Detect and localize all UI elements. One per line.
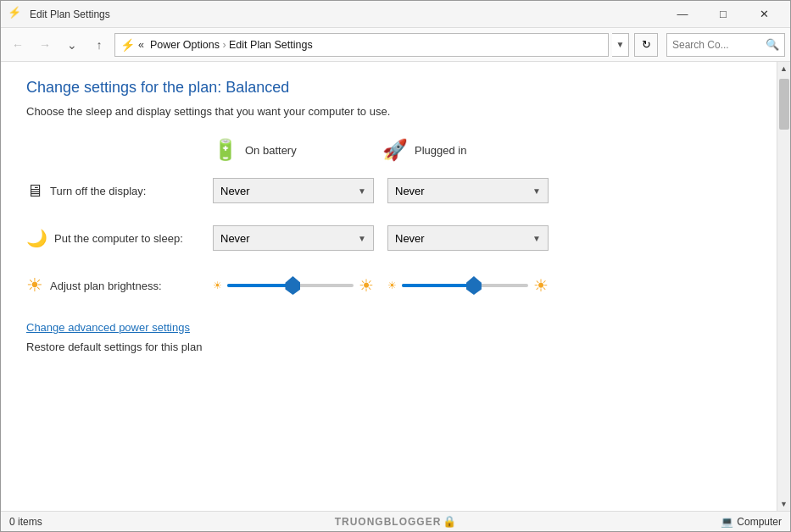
plugged-icon: 🚀 bbox=[382, 138, 408, 162]
turn-off-display-label: 🖥 Turn off the display: bbox=[26, 181, 213, 201]
plugged-label: Plugged in bbox=[415, 144, 466, 157]
window-icon: ⚡ bbox=[8, 6, 25, 23]
brightness-min-icon-plugged: ☀ bbox=[387, 280, 397, 291]
page-heading: Change settings for the plan: Balanced bbox=[26, 79, 751, 97]
battery-brightness-thumb[interactable] bbox=[285, 276, 300, 295]
path-text: « Power Options › Edit Plan Settings bbox=[138, 39, 313, 51]
battery-brightness-track bbox=[227, 284, 354, 287]
page-description: Choose the sleep and display settings th… bbox=[26, 105, 751, 118]
turn-off-display-battery-dropdown[interactable]: Never ▼ bbox=[213, 178, 374, 203]
content-area: Change settings for the plan: Balanced C… bbox=[1, 62, 790, 511]
close-button[interactable]: ✕ bbox=[744, 1, 783, 28]
brightness-min-icon: ☀ bbox=[213, 280, 222, 291]
sleep-controls: Never ▼ Never ▼ bbox=[213, 225, 549, 251]
scroll-down-button[interactable]: ▼ bbox=[777, 497, 791, 511]
sleep-plugged-dropdown[interactable]: Never ▼ bbox=[387, 225, 549, 251]
plugged-brightness-slider-container: ☀ ☀ bbox=[387, 275, 549, 296]
title-bar-controls: — □ ✕ bbox=[663, 1, 783, 28]
plugged-brightness-thumb[interactable] bbox=[466, 276, 482, 295]
main-window: ⚡ Edit Plan Settings — □ ✕ ← → ⌄ ↑ ⚡ « P… bbox=[0, 0, 791, 532]
turn-off-display-controls: Never ▼ Never ▼ bbox=[213, 178, 549, 203]
restore-defaults-link[interactable]: Restore default settings for this plan bbox=[26, 341, 751, 353]
recent-button[interactable]: ⌄ bbox=[60, 33, 84, 57]
battery-label: On battery bbox=[245, 144, 297, 157]
path-icon: ⚡ bbox=[120, 38, 135, 52]
address-bar: ← → ⌄ ↑ ⚡ « Power Options › Edit Plan Se… bbox=[1, 28, 790, 62]
sleep-row: 🌙 Put the computer to sleep: Never ▼ Nev… bbox=[26, 223, 751, 253]
items-count: 0 items bbox=[9, 516, 42, 528]
sleep-plugged-value: Never bbox=[395, 232, 425, 245]
computer-icon: 💻 bbox=[721, 516, 733, 528]
brightness-max-icon: ☀ bbox=[359, 275, 374, 296]
watermark-text: TRUONGBLOGGER bbox=[335, 516, 442, 528]
sleep-battery-value: Never bbox=[220, 232, 250, 245]
status-bar-right: 💻 Computer bbox=[721, 516, 782, 528]
battery-icon: 🔋 bbox=[213, 138, 238, 162]
title-bar: ⚡ Edit Plan Settings — □ ✕ bbox=[1, 1, 790, 28]
address-path[interactable]: ⚡ « Power Options › Edit Plan Settings bbox=[114, 33, 609, 57]
chevron-down-icon: ▼ bbox=[358, 234, 366, 243]
scroll-thumb[interactable] bbox=[779, 79, 789, 130]
sleep-label: 🌙 Put the computer to sleep: bbox=[26, 228, 213, 248]
brightness-max-icon-plugged: ☀ bbox=[533, 275, 549, 296]
turn-off-display-battery-value: Never bbox=[220, 185, 250, 197]
link-area: Change advanced power settings Restore d… bbox=[26, 321, 751, 353]
sleep-battery-dropdown[interactable]: Never ▼ bbox=[213, 225, 374, 251]
scroll-track bbox=[777, 75, 790, 497]
refresh-button[interactable]: ↻ bbox=[634, 33, 658, 57]
brightness-row: ☀ Adjust plan brightness: ☀ ☀ bbox=[26, 270, 751, 301]
turn-off-display-text: Turn off the display: bbox=[50, 185, 146, 197]
search-box: 🔍 bbox=[666, 33, 785, 57]
scroll-up-button[interactable]: ▲ bbox=[777, 62, 791, 75]
chevron-down-icon: ▼ bbox=[532, 234, 541, 243]
brightness-text: Adjust plan brightness: bbox=[50, 280, 162, 292]
maximize-button[interactable]: □ bbox=[704, 1, 743, 28]
computer-label: Computer bbox=[737, 516, 782, 528]
search-button[interactable]: 🔍 bbox=[766, 38, 779, 51]
search-input[interactable] bbox=[672, 39, 766, 51]
plugged-column-header: 🚀 Plugged in bbox=[382, 138, 552, 162]
advanced-power-settings-link[interactable]: Change advanced power settings bbox=[26, 321, 190, 334]
display-icon: 🖥 bbox=[26, 181, 43, 201]
sleep-icon: 🌙 bbox=[26, 228, 47, 248]
minimize-button[interactable]: — bbox=[663, 1, 702, 28]
turn-off-display-plugged-dropdown[interactable]: Never ▼ bbox=[387, 178, 549, 203]
forward-button[interactable]: → bbox=[33, 33, 57, 57]
address-dropdown-button[interactable]: ▼ bbox=[612, 33, 629, 57]
brightness-sun-icon: ☀ bbox=[26, 274, 43, 296]
main-content: Change settings for the plan: Balanced C… bbox=[1, 62, 777, 511]
chevron-down-icon: ▼ bbox=[358, 186, 366, 196]
status-bar: 0 items TRUONGBLOGGER 🔒 💻 Computer bbox=[1, 511, 790, 531]
window-title: Edit Plan Settings bbox=[30, 8, 663, 20]
watermark-icon: 🔒 bbox=[443, 515, 456, 528]
column-headers: 🔋 On battery 🚀 Plugged in bbox=[213, 138, 751, 162]
brightness-label: ☀ Adjust plan brightness: bbox=[26, 274, 213, 296]
battery-column-header: 🔋 On battery bbox=[213, 138, 382, 162]
chevron-down-icon: ▼ bbox=[532, 186, 541, 196]
plugged-brightness-track bbox=[402, 284, 528, 287]
battery-brightness-slider-container: ☀ ☀ bbox=[213, 275, 374, 296]
scrollbar: ▲ ▼ bbox=[777, 62, 790, 511]
turn-off-display-plugged-value: Never bbox=[395, 185, 425, 197]
up-button[interactable]: ↑ bbox=[87, 33, 111, 57]
sleep-text: Put the computer to sleep: bbox=[54, 232, 183, 245]
watermark-area: TRUONGBLOGGER 🔒 bbox=[335, 515, 457, 528]
turn-off-display-row: 🖥 Turn off the display: Never ▼ Never ▼ bbox=[26, 175, 751, 206]
brightness-controls: ☀ ☀ ☀ ☀ bbox=[213, 275, 549, 296]
back-button[interactable]: ← bbox=[6, 33, 30, 57]
